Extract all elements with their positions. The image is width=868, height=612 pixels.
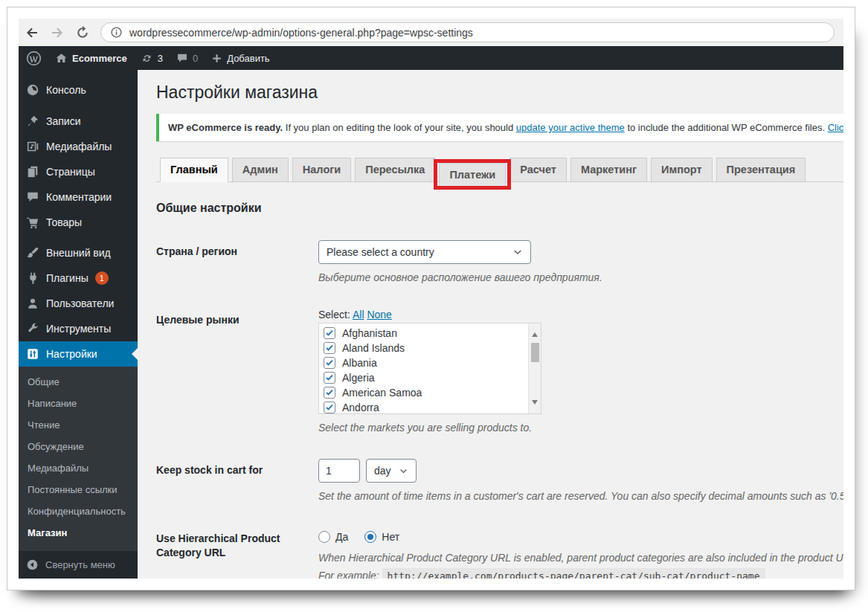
sidebar-item-settings[interactable]: Настройки [19,341,138,367]
hierarchical-label: Use Hierarchical Product Category URL [156,527,318,579]
settings-tabs: Главный Админ Налоги Пересылка Платежи Р… [156,158,843,182]
submenu-item-general[interactable]: Общие [19,371,138,393]
radio-option-yes[interactable]: Да [318,531,348,543]
checkbox-checked[interactable] [324,402,335,413]
markets-listbox[interactable]: Afghanistan Aland Islands Albania A [318,323,541,414]
sidebar-item-label: Страницы [46,165,95,178]
country-option[interactable]: Albania [324,355,541,370]
checkbox-checked[interactable] [324,342,335,354]
example-url-code: http://example.com/products-page/parent-… [382,568,765,579]
tab-checkout[interactable]: Расчет [509,158,567,182]
country-select[interactable]: Please select a country [318,240,531,264]
radio-unchecked[interactable] [318,531,330,543]
country-option[interactable]: American Samoa [324,385,541,400]
tab-shipping[interactable]: Пересылка [355,158,435,182]
sidebar-item-users[interactable]: Пользователи [19,291,138,316]
tab-general[interactable]: Главный [160,158,228,182]
tab-marketing[interactable]: Маркетинг [570,158,647,182]
submenu-item-privacy[interactable]: Конфиденциальность [19,500,138,522]
sidebar-item-media[interactable]: Медиафайлы [19,134,138,159]
settings-submenu: Общие Написание Чтение Обсуждение Медиаф… [19,367,138,551]
form-row-hierarchical: Use Hierarchical Product Category URL Да… [156,527,843,579]
sidebar-item-tools[interactable]: Инструменты [19,316,138,341]
forward-button[interactable] [50,25,65,40]
submenu-item-media[interactable]: Медиафайлы [19,457,138,479]
collapse-label: Свернуть меню [45,559,115,570]
tab-import[interactable]: Импорт [651,158,713,182]
checkbox-checked[interactable] [324,372,335,384]
wordpress-logo-icon[interactable] [26,51,42,66]
adminbar-site-link[interactable]: Ecommerce [55,52,127,65]
sidebar-item-label: Плагины [46,271,89,285]
adminbar-updates[interactable]: 3 [141,52,163,65]
country-option-label: Albania [342,357,377,369]
select-none-link[interactable]: None [367,309,391,321]
notice-text: If you plan on editing the look of your … [283,122,516,133]
update-theme-link[interactable]: update your active theme [516,122,625,133]
sidebar-item-appearance[interactable]: Внешний вид [19,240,138,265]
sidebar-item-plugins[interactable]: Плагины 1 [19,265,138,291]
country-select-value: Please select a country [327,246,434,258]
click-link[interactable]: Click [828,122,843,133]
browser-window: wordpressecommerce/wp-admin/options-gene… [19,19,843,579]
form-row-markets: Целевые рынки Select: All None Afghanist… [156,309,843,434]
submenu-item-discussion[interactable]: Обсуждение [19,436,138,457]
checkbox-checked[interactable] [324,327,335,339]
form-row-stock: Keep stock in cart for day Set the amoun… [156,459,843,502]
sidebar-separator [19,235,138,241]
sidebar-item-dashboard[interactable]: Консоль [19,77,138,103]
country-option[interactable]: Aland Islands [324,341,541,355]
dashboard-icon [26,83,39,97]
select-all-link[interactable]: All [353,309,364,321]
submenu-item-store[interactable]: Магазин [19,522,138,544]
reload-button[interactable] [75,25,90,40]
sidebar-item-products[interactable]: Товары [19,210,138,235]
tab-payments[interactable]: Платежи [439,163,506,187]
checkbox-checked[interactable] [324,387,335,399]
country-option[interactable]: Andorra [324,400,541,414]
listbox-scrollbar[interactable] [528,323,541,413]
address-bar[interactable]: wordpressecommerce/wp-admin/options-gene… [100,22,835,42]
settings-sliders-icon [26,347,39,361]
country-option[interactable]: Afghanistan [324,326,541,341]
country-option-label: Afghanistan [342,327,397,339]
comments-count: 0 [193,53,198,64]
sidebar-item-comments[interactable]: Комментарии [19,184,138,210]
submenu-item-writing[interactable]: Написание [19,393,138,414]
radio-checked[interactable] [364,531,376,543]
adminbar-comments[interactable]: 0 [176,52,198,64]
country-help: Выберите основное расположение вашего пр… [318,271,843,283]
form-row-country: Страна / регион Please select a country … [156,240,843,283]
chevron-down-icon [399,466,408,476]
notice-text: to include the additional WP eCommerce f… [625,122,828,133]
tab-presentation[interactable]: Презентация [716,158,806,182]
submenu-item-permalinks[interactable]: Постоянные ссылки [19,479,138,500]
scroll-down-arrow[interactable] [532,400,538,408]
tab-admin[interactable]: Админ [232,158,289,182]
example-prefix: For example: [318,570,379,579]
stock-label: Keep stock in cart for [156,459,318,502]
stock-amount-input[interactable] [318,459,360,483]
adminbar-add-new[interactable]: Добавить [211,53,269,64]
tab-taxes[interactable]: Налоги [292,158,351,182]
back-button[interactable] [25,25,39,40]
home-icon [55,52,68,65]
sidebar-item-label: Консоль [46,83,86,97]
sidebar-item-pages[interactable]: Страницы [19,159,138,184]
info-icon[interactable] [110,26,123,39]
stock-unit-value: day [374,465,391,477]
notice-bold: WP eCommerce is ready. [168,122,283,133]
scrollbar-thumb[interactable] [531,343,539,362]
country-option[interactable]: Algeria [324,370,541,385]
wrench-icon [26,322,39,335]
stock-unit-select[interactable]: day [366,459,417,483]
user-icon [26,297,39,310]
collapse-menu-button[interactable]: Свернуть меню [19,551,138,579]
sidebar-item-posts[interactable]: Записи [19,109,138,134]
radio-label: Нет [382,531,399,543]
scroll-up-arrow[interactable] [532,329,538,337]
submenu-item-reading[interactable]: Чтение [19,414,138,436]
radio-option-no[interactable]: Нет [364,531,399,543]
checkbox-checked[interactable] [324,357,335,369]
markets-label: Целевые рынки [156,309,318,434]
